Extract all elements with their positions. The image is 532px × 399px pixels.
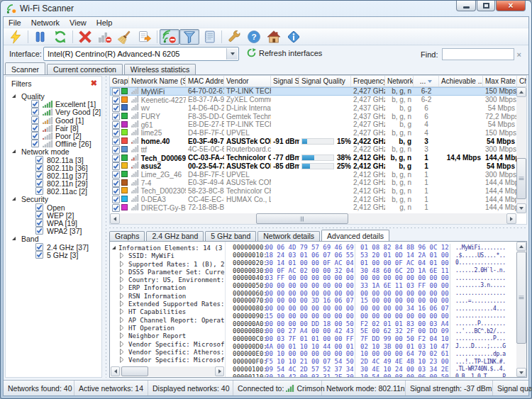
table-hscrollbar[interactable] (110, 213, 516, 224)
ie-item[interactable]: Vendor Specific: Atheros: (110, 348, 225, 356)
network-row-lime25[interactable]: lime25 D4-BF-7F-00-... UPVEL 2,427 GHz b… (110, 129, 516, 137)
column-header-0[interactable]: Graph (110, 76, 129, 86)
network-row-FURY[interactable]: FURY F8-35-DD-CF-... Gemtek Technol... 2… (110, 112, 516, 120)
network-row-Lime_2G_46[interactable]: Lime_2G_46 D4-BF-7F-53-... UPVEL 2,412 G… (110, 170, 516, 179)
column-header-1[interactable]: Network Name (SSID) (129, 76, 186, 86)
about-button[interactable] (284, 29, 304, 45)
checkbox[interactable] (112, 187, 120, 195)
checkbox[interactable] (31, 116, 39, 124)
filter-group-band[interactable]: Band (6, 235, 101, 242)
remove-inactive-button[interactable] (95, 29, 115, 45)
refresh-button[interactable] (50, 29, 70, 45)
scan-button[interactable] (6, 29, 26, 45)
checkbox[interactable] (112, 121, 120, 129)
column-header-9[interactable]: Achievable ... (439, 76, 483, 86)
hex-vscroll-thumb[interactable] (516, 252, 526, 344)
checkbox[interactable] (112, 96, 120, 104)
filter-button[interactable] (179, 29, 199, 45)
detail-tab-5-ghz-band[interactable]: 5 GHz band (205, 231, 256, 241)
network-row-7-4[interactable]: 7-4 E0-3F-49-4D-... ASUSTek COM... 2,412… (110, 179, 516, 187)
close-button[interactable]: × (496, 1, 526, 11)
scroll-right-button[interactable] (506, 213, 516, 224)
scroll-up-button[interactable] (516, 242, 526, 251)
scroll-down-button[interactable] (516, 203, 526, 213)
table-vscroll-thumb[interactable] (516, 158, 526, 200)
checkbox[interactable] (35, 251, 43, 259)
checkbox[interactable] (35, 156, 43, 164)
checkbox[interactable] (35, 172, 43, 179)
column-header-7[interactable]: Network ... (385, 76, 414, 86)
filters-close-icon[interactable]: ✖ (91, 79, 97, 88)
column-header-11[interactable]: Chann... (517, 76, 527, 86)
network-row-DIRECT-Gy-BRA...[interactable]: DIRECT-Gy-BRA... 72-18-8B-B3-... 2,412 G… (110, 203, 516, 212)
ie-item[interactable]: Supported Rates: 1 (B), 2 (110, 260, 225, 268)
ie-item[interactable]: Vendor Specific: Microsof (110, 340, 225, 348)
ie-item[interactable]: HT Capabilities (110, 308, 225, 315)
checkbox[interactable] (112, 196, 120, 203)
checkbox[interactable] (112, 88, 120, 96)
checkbox[interactable] (31, 108, 39, 116)
refresh-interfaces-button[interactable]: Refresh interfaces (247, 48, 322, 57)
ie-item[interactable]: Neighbor Report (110, 332, 225, 339)
menu-file[interactable]: File (4, 18, 26, 28)
network-row-Tech_D0006916[interactable]: Tech_D0006916 CC-03-FA-47-... Technicolo… (110, 154, 516, 162)
checkbox[interactable] (112, 129, 120, 137)
filter-group-quality[interactable]: Quality (6, 92, 101, 100)
checkbox[interactable] (35, 187, 43, 195)
column-header-2[interactable]: MAC Address... (186, 76, 224, 86)
delete-button[interactable] (75, 29, 95, 45)
ie-item[interactable]: AP Channel Report: Operat (110, 316, 225, 324)
network-row-ttf[interactable]: ttf 4C-5E-0C-6C-... Routerboard.com 2,42… (110, 145, 516, 154)
export-button[interactable] (135, 29, 155, 45)
checkbox[interactable] (31, 124, 39, 132)
scroll-down-button[interactable] (516, 368, 526, 377)
column-header-10[interactable]: Max Rate (483, 76, 517, 86)
menu-view[interactable]: View (65, 18, 92, 28)
checkbox[interactable] (112, 104, 120, 112)
network-row-Keenetic-4227[interactable]: Keenetic-4227 E8-37-7A-92-... ZyXEL Comm… (110, 96, 516, 104)
help-button[interactable]: ? (244, 29, 264, 45)
ie-item[interactable]: Vendor Specific: Microsof (110, 356, 225, 364)
checkbox[interactable] (112, 179, 120, 187)
vertical-splitter[interactable] (104, 76, 109, 378)
clear-button[interactable] (115, 29, 135, 45)
network-row-wv[interactable]: wv 14-D6-4D-2D... D-Link Internatio... 2… (110, 103, 516, 112)
column-header-3[interactable]: Vendor (224, 76, 271, 86)
maximize-button[interactable] (477, 1, 495, 11)
checkbox[interactable] (112, 154, 120, 162)
checkbox[interactable] (112, 204, 120, 212)
ie-item[interactable]: SSID: MyWiFi (110, 252, 225, 259)
checkbox[interactable] (35, 227, 43, 235)
menu-network[interactable]: Network (26, 18, 65, 28)
filter-group-security[interactable]: Security (6, 195, 101, 203)
detail-tab-network-details[interactable]: Network details (257, 231, 320, 241)
find-clear-icon[interactable]: × (517, 50, 521, 59)
hex-vscrollbar[interactable] (516, 242, 526, 377)
menu-help[interactable]: Help (92, 18, 118, 28)
ie-item[interactable]: Country: US, Environment: (110, 276, 225, 283)
scroll-right-button[interactable] (215, 366, 224, 376)
ie-item[interactable]: ERP Information (110, 283, 225, 291)
checkbox[interactable] (35, 243, 43, 251)
ie-item[interactable]: DSSS Parameter Set: Curre (110, 268, 225, 276)
find-input[interactable] (442, 48, 514, 60)
checkbox[interactable] (35, 179, 43, 187)
scroll-up-button[interactable] (516, 87, 526, 97)
network-row-Tech_D0023094[interactable]: Tech_D0023094 58-23-8C-84-... Technicolo… (110, 187, 516, 196)
stop-wifi-button[interactable] (160, 29, 179, 45)
checkbox[interactable] (112, 137, 120, 145)
detail-tab-advanced-details[interactable]: Advanced details (321, 230, 389, 241)
report-button[interactable] (199, 29, 219, 45)
tab-scanner[interactable]: Scanner (5, 62, 45, 74)
tab-current-connection[interactable]: Current connection (47, 64, 123, 74)
ie-root[interactable]: Information Elements: 14 (3 (110, 244, 225, 252)
checkbox[interactable] (35, 219, 43, 227)
table-hscroll-thumb[interactable] (256, 213, 348, 224)
network-row-home.40[interactable]: home.40 E0-3F-49-77-... ASUSTek COM... -… (110, 137, 516, 145)
checkbox[interactable] (112, 171, 120, 179)
checkbox[interactable] (112, 162, 120, 170)
interface-combobox[interactable]: Intel(R) Centrino(R) Advanced-N 6205 (43, 47, 239, 61)
filter-group-network-mode[interactable]: Network mode (6, 147, 101, 155)
checkbox[interactable] (112, 146, 120, 154)
detail-tab-graphs[interactable]: Graphs (109, 231, 145, 241)
